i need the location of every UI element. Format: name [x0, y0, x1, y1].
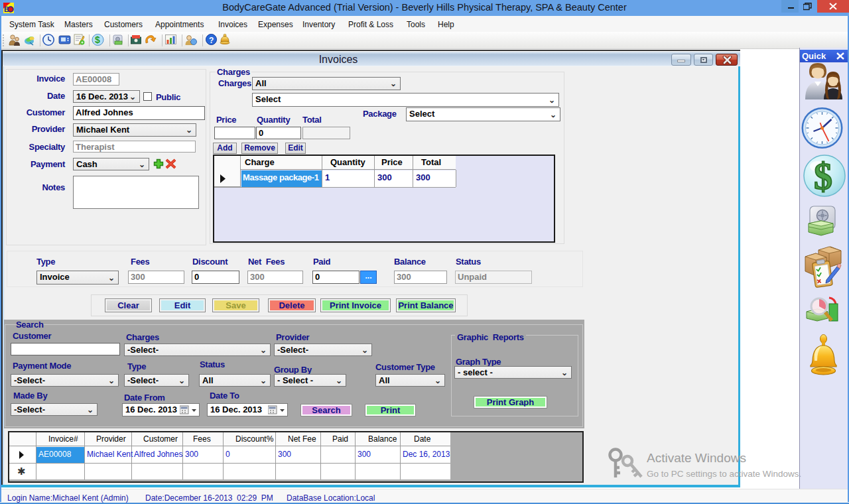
- svg-text:$: $: [814, 156, 832, 197]
- svg-text:?: ?: [209, 36, 214, 45]
- svg-text:$: $: [95, 34, 100, 45]
